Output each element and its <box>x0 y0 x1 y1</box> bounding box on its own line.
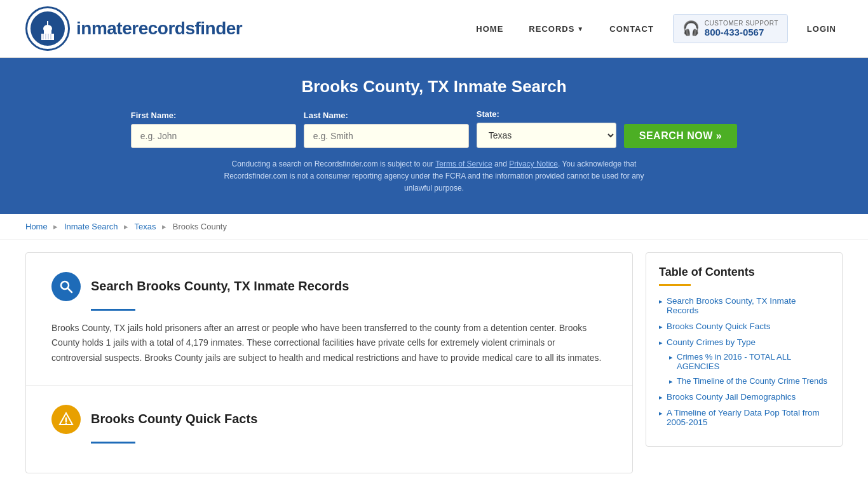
last-name-group: Last Name: <box>304 111 469 148</box>
first-name-input[interactable] <box>131 124 296 148</box>
chevron-right-icon: ▸ <box>659 393 663 402</box>
nav-home[interactable]: HOME <box>470 21 510 37</box>
breadcrumb-texas[interactable]: Texas <box>135 222 156 231</box>
toc-sub-item-3-1: ▸ Crimes % in 2016 - TOTAL ALL AGENCIES <box>669 352 829 371</box>
toc-item-5: ▸ A Timeline of Yearly Data Pop Total fr… <box>659 408 829 427</box>
toc-link-4[interactable]: ▸ Brooks County Jail Demographics <box>659 392 829 402</box>
breadcrumb-sep-1: ▸ <box>53 222 58 231</box>
section1-header: Search Brooks County, TX Inmate Records <box>51 272 607 301</box>
toc-link-5[interactable]: ▸ A Timeline of Yearly Data Pop Total fr… <box>659 408 829 427</box>
privacy-link[interactable]: Privacy Notice <box>509 159 558 168</box>
svg-rect-8 <box>50 34 51 39</box>
search-button[interactable]: SEARCH NOW » <box>624 124 737 148</box>
breadcrumb-current: Brooks County <box>173 222 227 231</box>
svg-line-10 <box>68 288 72 292</box>
svg-rect-7 <box>48 34 49 39</box>
section1-body: Brooks County, TX jails hold prisoners a… <box>51 321 607 366</box>
search-icon <box>58 279 74 294</box>
chevron-right-icon: ▸ <box>669 353 673 362</box>
breadcrumb: Home ▸ Inmate Search ▸ Texas ▸ Brooks Co… <box>0 214 868 240</box>
section1-title: Search Brooks County, TX Inmate Records <box>91 279 349 294</box>
support-text: CUSTOMER SUPPORT 800-433-0567 <box>705 20 778 37</box>
nav-contact[interactable]: CONTACT <box>603 21 660 37</box>
chevron-right-icon: ▸ <box>659 339 663 347</box>
section1-underline <box>91 309 135 311</box>
toc-item-3: ▸ County Crimes by Type ▸ Crimes % in 20… <box>659 337 829 386</box>
info-icon-circle <box>51 405 81 434</box>
toc-link-1[interactable]: ▸ Search Brooks County, TX Inmate Record… <box>659 296 829 315</box>
logo-area: inmaterecordsfinder <box>25 6 242 51</box>
content-area: Search Brooks County, TX Inmate Records … <box>25 252 633 473</box>
toc-sub-item-3-2: ▸ The Timeline of the County Crime Trend… <box>669 376 829 386</box>
breadcrumb-sep-2: ▸ <box>124 222 128 231</box>
breadcrumb-sep-3: ▸ <box>162 222 166 231</box>
chevron-right-icon: ▸ <box>659 297 663 306</box>
hero-disclaimer: Conducting a search on Recordsfinder.com… <box>212 158 656 195</box>
toc-sub-link-3-2[interactable]: ▸ The Timeline of the County Crime Trend… <box>669 376 829 386</box>
search-icon-circle <box>51 272 81 301</box>
toc-item-2: ▸ Brooks County Quick Facts <box>659 322 829 331</box>
svg-rect-4 <box>47 21 48 26</box>
toc-list: ▸ Search Brooks County, TX Inmate Record… <box>659 296 829 427</box>
nav-records[interactable]: RECORDS ▼ <box>522 21 590 37</box>
sidebar-toc: Table of Contents ▸ Search Brooks County… <box>646 252 843 447</box>
first-name-label: First Name: <box>131 111 177 120</box>
search-form: First Name: Last Name: State: Texas SEAR… <box>25 109 843 148</box>
alert-icon <box>58 412 74 427</box>
logo-text: inmaterecordsfinder <box>76 18 242 39</box>
chevron-right-icon: ▸ <box>659 409 663 417</box>
svg-rect-6 <box>45 34 46 39</box>
toc-link-3[interactable]: ▸ County Crimes by Type <box>659 337 829 347</box>
toc-item-1: ▸ Search Brooks County, TX Inmate Record… <box>659 296 829 315</box>
hero-section: Brooks County, TX Inmate Search First Na… <box>0 58 868 214</box>
chevron-right-icon: ▸ <box>659 323 663 331</box>
main-container: Search Brooks County, TX Inmate Records … <box>0 240 868 486</box>
last-name-input[interactable] <box>304 124 469 148</box>
svg-rect-5 <box>43 34 44 39</box>
toc-item-4: ▸ Brooks County Jail Demographics <box>659 392 829 402</box>
tos-link[interactable]: Terms of Service <box>435 159 492 168</box>
toc-link-2[interactable]: ▸ Brooks County Quick Facts <box>659 322 829 331</box>
logo-icon <box>25 6 70 51</box>
content-section-1: Search Brooks County, TX Inmate Records … <box>26 253 632 386</box>
headphone-icon: 🎧 <box>682 20 700 37</box>
chevron-down-icon: ▼ <box>577 25 584 32</box>
state-label: State: <box>477 109 499 119</box>
first-name-group: First Name: <box>131 111 296 148</box>
state-group: State: Texas <box>477 109 616 148</box>
section2-header: Brooks County Quick Facts <box>51 405 607 434</box>
toc-title: Table of Contents <box>659 266 829 279</box>
chevron-right-icon: ▸ <box>669 377 673 386</box>
customer-support-box[interactable]: 🎧 CUSTOMER SUPPORT 800-433-0567 <box>673 14 788 43</box>
toc-underline <box>659 284 691 286</box>
breadcrumb-inmate-search[interactable]: Inmate Search <box>64 222 118 231</box>
last-name-label: Last Name: <box>304 111 348 120</box>
main-nav: HOME RECORDS ▼ CONTACT 🎧 CUSTOMER SUPPOR… <box>470 14 843 43</box>
login-button[interactable]: LOGIN <box>801 21 843 37</box>
section2-underline <box>91 442 135 444</box>
svg-point-12 <box>65 423 67 424</box>
state-select[interactable]: Texas <box>477 123 616 148</box>
content-section-2: Brooks County Quick Facts <box>26 386 632 473</box>
header: inmaterecordsfinder HOME RECORDS ▼ CONTA… <box>0 0 868 58</box>
section2-title: Brooks County Quick Facts <box>91 412 257 426</box>
hero-title: Brooks County, TX Inmate Search <box>25 77 843 97</box>
toc-sub-link-3-1[interactable]: ▸ Crimes % in 2016 - TOTAL ALL AGENCIES <box>669 352 829 371</box>
breadcrumb-home[interactable]: Home <box>25 222 48 231</box>
toc-sub-list-3: ▸ Crimes % in 2016 - TOTAL ALL AGENCIES … <box>659 352 829 386</box>
